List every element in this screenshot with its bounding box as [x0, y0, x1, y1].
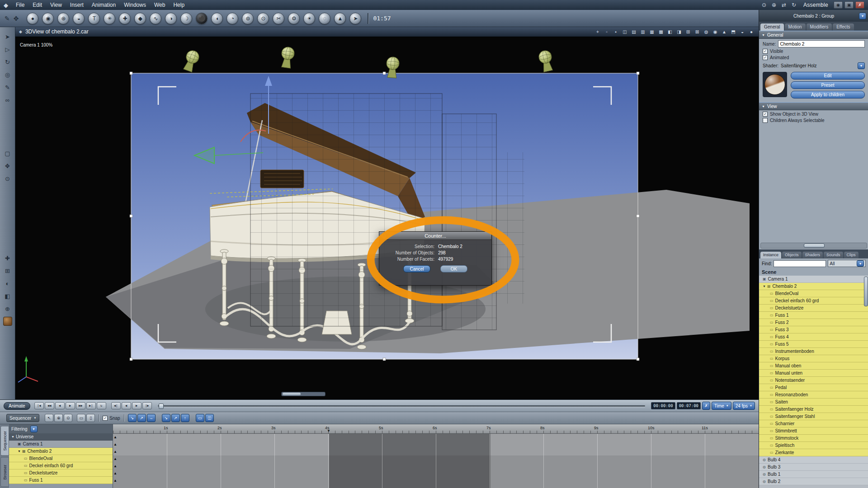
scene-tree-item-deckel-einfach-60-grd[interactable]: ▭Deckel einfach 60 grd — [759, 297, 868, 305]
render-preview-icon[interactable]: ⬒ — [730, 28, 737, 35]
shade-square-icon[interactable]: ◧ — [2, 291, 13, 301]
scene-tree-item-saitenfaenger-holz[interactable]: ▭Saitenfaenger Holz — [759, 406, 868, 413]
panel-horizontal-scrollbar[interactable] — [760, 243, 867, 249]
black-egg-tool-icon[interactable]: ⚫ — [196, 13, 208, 24]
current-time-field[interactable]: 00:00:00 — [651, 402, 675, 409]
fly-mode-icon[interactable]: ▲ — [721, 28, 728, 35]
menu-help[interactable]: Help — [169, 0, 189, 10]
sphere-preview-icon[interactable]: ◒ — [739, 28, 746, 35]
menu-edit[interactable]: Edit — [28, 0, 46, 10]
link-tool-icon[interactable]: ∞ — [2, 94, 13, 105]
scene-tree-item-blendeoval[interactable]: ▭BlendeOval — [759, 290, 868, 297]
frame-fit-icon[interactable]: ▯ — [86, 414, 95, 422]
timeline-tree-item-universe[interactable]: ▼Universe — [9, 433, 113, 441]
key-slide-down-icon[interactable]: ↘ — [128, 414, 137, 422]
solo-view-icon[interactable]: ▪ — [612, 28, 619, 35]
timeline-tree-item-deckel-einfach-60-grd[interactable]: ▭Deckel einfach 60 grd — [9, 462, 113, 469]
fps-dropdown[interactable]: 24 fps▼ — [733, 402, 755, 410]
full-sphere-icon[interactable]: ● — [748, 28, 755, 35]
scene-tree-item-stimmstock[interactable]: ▭Stimmstock — [759, 435, 868, 442]
keyframe-marker[interactable]: ▲ — [113, 479, 117, 483]
texture-ball-icon[interactable] — [2, 316, 13, 327]
frame-step-button-1[interactable]: ◀ — [122, 402, 131, 409]
scene-tree-item-fuss-5[interactable]: ▭Fuss 5 — [759, 341, 868, 348]
clear-time-button[interactable]: ✗ — [702, 402, 710, 410]
scene-tree-item-stimmbrett[interactable]: ▭Stimmbrett — [759, 427, 868, 435]
zoom-timeline-icon[interactable]: ⊙ — [64, 414, 72, 422]
tab-clips[interactable]: Clips — [844, 252, 859, 258]
track-gear-icon[interactable]: ⊕ — [54, 414, 63, 422]
ring-tool-icon[interactable]: ⊙ — [257, 13, 269, 24]
select-arrow-icon[interactable]: ➤ — [2, 31, 13, 42]
grid-toggle-icon[interactable]: + — [594, 28, 601, 35]
cancel-button[interactable]: Cancel — [403, 265, 430, 272]
quad-view-icon[interactable]: ⊞ — [684, 28, 692, 35]
menu-file[interactable]: File — [12, 0, 28, 10]
menu-windows[interactable]: Windows — [120, 0, 150, 10]
camera-bank-icon[interactable]: ◉ — [712, 28, 719, 35]
ring-select-icon[interactable]: ◎ — [2, 69, 13, 80]
scene-tree-item-fuss-4[interactable]: ▭Fuss 4 — [759, 333, 868, 341]
close-window-icon[interactable]: ✗ — [855, 1, 864, 9]
scene-tree-item-scharnier[interactable]: ▭Scharnier — [759, 420, 868, 427]
timeline-tree-item-deckelstuetze[interactable]: ▭Deckelstuetze — [9, 469, 113, 477]
key-slide-up-icon[interactable]: ↗ — [137, 414, 146, 422]
moon-tool-icon[interactable]: ☽ — [180, 13, 192, 24]
tab-objects[interactable]: Objects — [782, 252, 802, 258]
tween-up-icon[interactable]: ↗ — [171, 414, 180, 422]
scrub-handle[interactable] — [159, 404, 164, 409]
shader-dropdown-button[interactable]: ▼ — [858, 62, 865, 69]
expander-icon[interactable]: ▼ — [18, 450, 21, 453]
key-tool-icon[interactable]: ➤ — [349, 13, 361, 24]
scene-tree-item-pedal[interactable]: ▭Pedal — [759, 384, 868, 391]
scene-tree-item-saiten[interactable]: ▭Saiten — [759, 399, 868, 406]
timeline-ruler[interactable]: ▼ 1s2s3s4s5s6s7s8s9s10s11s — [113, 424, 759, 434]
timeline-tree-item-chembalo-2[interactable]: ▼▦Chembalo 2 — [9, 448, 113, 455]
backdrop-toggle-icon[interactable]: ◨ — [675, 28, 683, 35]
shadow-toggle-icon[interactable]: ◧ — [666, 28, 674, 35]
viewport-horizontal-scrollbar[interactable] — [281, 392, 326, 396]
ok-button[interactable]: OK — [440, 265, 467, 272]
filter-dropdown-arrow[interactable]: ▼ — [857, 260, 864, 267]
time-mode-dropdown[interactable]: Time▼ — [712, 402, 731, 410]
pen-tool-icon[interactable]: ✎ — [2, 82, 13, 93]
scene-tree-item-instrumentenboden[interactable]: ▭Instrumentenboden — [759, 348, 868, 355]
scene-tree-item-bulb-4[interactable]: ◍Bulb 4 — [759, 456, 868, 464]
range-box-icon[interactable]: ▭ — [196, 414, 204, 422]
close-view-icon[interactable]: ⊠ — [693, 28, 701, 35]
scene-tree-item-bulb-2[interactable]: ◍Bulb 2 — [759, 478, 868, 485]
wire-mode-icon[interactable]: ▤ — [630, 28, 637, 35]
transport-button-5[interactable]: ▶| — [86, 402, 96, 409]
cone-tool-icon[interactable]: ▲ — [334, 13, 346, 24]
filtering-dropdown-button[interactable]: ▼ — [30, 426, 38, 432]
frame-step-button-2[interactable]: ▶ — [132, 402, 142, 409]
tab-modifiers[interactable]: Modifiers — [807, 23, 832, 31]
flat-mode-icon[interactable]: ▥ — [639, 28, 646, 35]
scene-tree-scrollbar[interactable] — [864, 277, 868, 306]
tab-effects[interactable]: Effects — [833, 23, 854, 31]
mode-label[interactable]: Assemble — [803, 2, 828, 8]
sphere-tool-icon[interactable]: ● — [27, 13, 38, 24]
wave-tool-icon[interactable]: ∿ — [150, 13, 161, 24]
light-tool-icon[interactable]: ☀ — [303, 13, 315, 24]
scene-tree-item-chembalo-2[interactable]: ▼▦Chembalo 2 — [759, 283, 868, 290]
shaded-mode-icon[interactable]: ▦ — [648, 28, 656, 35]
star-tool-icon[interactable]: ✳ — [104, 13, 115, 24]
scene-3d[interactable] — [15, 37, 759, 400]
tab-shaders[interactable]: Shaders — [802, 252, 823, 258]
reset-view-icon[interactable]: ↻ — [789, 2, 799, 8]
scene-tree-item-bulb-1[interactable]: ◍Bulb 1 — [759, 471, 868, 478]
timeline-tree-item-camera-1[interactable]: ▣Camera 1 — [9, 441, 113, 448]
scene-tree-item-saitenfaenger-stahl[interactable]: ▭Saitenfaenger Stahl — [759, 413, 868, 420]
expander-icon[interactable]: ▼ — [763, 285, 766, 288]
keyframe-marker[interactable]: ▲ — [113, 471, 117, 475]
frame-range-icon[interactable]: ▭ — [77, 414, 85, 422]
tween-down-icon[interactable]: ↘ — [162, 414, 170, 422]
edit-button[interactable]: Edit — [791, 72, 865, 80]
children-selectable-checkbox[interactable] — [763, 118, 768, 123]
show-object-checkbox[interactable] — [763, 112, 768, 117]
keyframe-marker[interactable]: ▲ — [113, 464, 117, 468]
shader-preview[interactable] — [763, 72, 787, 97]
key-slide-right-icon[interactable]: → — [147, 414, 156, 422]
scene-tree-item-spieltisch[interactable]: ▭Spieltisch — [759, 442, 868, 449]
